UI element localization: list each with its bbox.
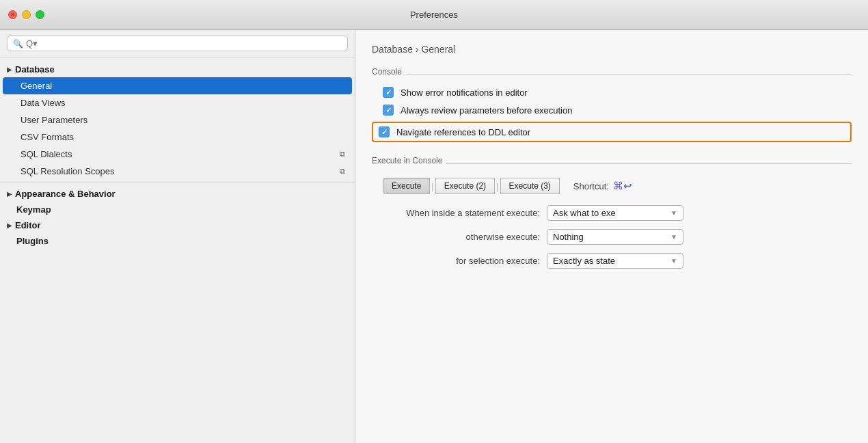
sidebar-item-sql-resolution-label: SQL Resolution Scopes (21, 166, 115, 176)
selection-value: Exactly as state (553, 256, 670, 266)
copy-icon: ⧉ (340, 150, 345, 159)
execute-buttons-area: Execute | Execute (2) | Execute (3) Shor… (383, 178, 852, 194)
plugins-section-label: Plugins (7, 236, 49, 246)
checkmark-icon-1: ✓ (385, 88, 392, 97)
sidebar-item-csv-formats-label: CSV Formats (21, 132, 74, 142)
titlebar: ✕ Preferences (0, 0, 868, 30)
checkbox-label-2: Always review parameters before executio… (401, 105, 572, 116)
checkbox-row-1[interactable]: ✓ Show error notifications in editor (372, 83, 852, 101)
checkbox-row-2[interactable]: ✓ Always review parameters before execut… (372, 101, 852, 119)
main-container: 🔍 ▶ Database General Data Views User Par… (0, 30, 868, 443)
console-section-header: Console (372, 67, 852, 82)
sidebar-item-general[interactable]: General (3, 77, 352, 94)
close-icon: ✕ (10, 12, 15, 18)
sidebar-section-database[interactable]: ▶ Database (0, 62, 355, 77)
execute-button-3[interactable]: Execute (3) (500, 178, 560, 194)
execute-button-2[interactable]: Execute (2) (435, 178, 495, 194)
console-label: Console (372, 67, 402, 77)
sidebar-item-user-parameters[interactable]: User Parameters (0, 111, 355, 129)
separator-1: | (430, 181, 435, 191)
maximize-button[interactable] (36, 10, 44, 19)
sidebar-item-general-label: General (21, 81, 52, 91)
search-bar: 🔍 (0, 30, 355, 57)
checkbox-label-1: Show error notifications in editor (401, 88, 528, 98)
sidebar: 🔍 ▶ Database General Data Views User Par… (0, 30, 355, 443)
sidebar-item-user-parameters-label: User Parameters (21, 115, 87, 125)
copy-icon-2: ⧉ (340, 167, 345, 176)
checkmark-icon-2: ✓ (385, 106, 392, 115)
sidebar-item-data-views[interactable]: Data Views (0, 94, 355, 111)
window-title: Preferences (410, 10, 458, 20)
expand-triangle-icon: ▶ (7, 66, 12, 73)
dropdown-arrow-1: ▼ (670, 209, 677, 217)
sidebar-section-plugins[interactable]: Plugins (0, 233, 355, 249)
breadcrumb: Database › General (372, 44, 852, 55)
sidebar-item-csv-formats[interactable]: CSV Formats (0, 129, 355, 146)
inside-statement-select[interactable]: Ask what to exe ▼ (547, 205, 683, 221)
search-input[interactable] (26, 38, 342, 49)
sidebar-content: ▶ Database General Data Views User Param… (0, 57, 355, 443)
expand-triangle-appearance-icon: ▶ (7, 190, 12, 198)
sidebar-item-data-views-label: Data Views (21, 98, 66, 108)
checkbox-label-3: Navigate references to DDL editor (396, 127, 530, 137)
inside-statement-value: Ask what to exe (553, 208, 670, 218)
checkbox-row-3-highlighted[interactable]: ✓ Navigate references to DDL editor (372, 122, 852, 142)
expand-triangle-editor-icon: ▶ (7, 222, 12, 229)
checkbox-navigate-refs[interactable]: ✓ (379, 126, 390, 137)
shortcut-area: Shortcut: ⌘↩ (573, 180, 632, 192)
form-label-otherwise: otherwise execute: (383, 232, 547, 242)
search-icon: 🔍 (13, 39, 23, 49)
shortcut-label: Shortcut: (573, 181, 609, 191)
otherwise-value: Nothing (553, 232, 670, 242)
sidebar-item-sql-dialects-label: SQL Dialects (21, 149, 72, 159)
breadcrumb-part2: General (421, 44, 455, 55)
editor-section-label: Editor (15, 220, 41, 230)
selection-select[interactable]: Exactly as state ▼ (547, 253, 683, 269)
execute-button-1[interactable]: Execute (383, 178, 430, 194)
divider-1 (0, 183, 355, 183)
search-wrapper[interactable]: 🔍 (7, 36, 348, 51)
checkmark-icon-3: ✓ (381, 128, 388, 137)
database-section-label: Database (15, 64, 55, 75)
console-section: Console ✓ Show error notifications in ed… (372, 67, 852, 142)
execute-label: Execute in Console (372, 156, 442, 165)
close-button[interactable]: ✕ (8, 10, 17, 19)
minimize-button[interactable] (22, 10, 31, 19)
appearance-section-label: Appearance & Behavior (15, 189, 116, 199)
traffic-lights: ✕ (8, 10, 44, 19)
form-row-selection: for selection execute: Exactly as state … (372, 253, 852, 269)
checkbox-always-review[interactable]: ✓ (383, 105, 394, 116)
sidebar-item-sql-dialects[interactable]: SQL Dialects ⧉ (0, 146, 355, 163)
separator-2: | (495, 181, 500, 191)
sidebar-section-appearance[interactable]: ▶ Appearance & Behavior (0, 186, 355, 202)
content-area: Database › General Console ✓ Show error … (355, 30, 868, 443)
breadcrumb-part1: Database (372, 44, 413, 55)
form-row-otherwise: otherwise execute: Nothing ▼ (372, 229, 852, 245)
execute-section: Execute in Console Execute | Execute (2)… (372, 156, 852, 269)
dropdown-arrow-2: ▼ (670, 233, 677, 241)
otherwise-select[interactable]: Nothing ▼ (547, 229, 683, 245)
form-row-inside-statement: When inside a statement execute: Ask wha… (372, 205, 852, 221)
form-label-inside: When inside a statement execute: (383, 208, 547, 218)
sidebar-section-keymap[interactable]: Keymap (0, 202, 355, 217)
execute-section-header: Execute in Console (372, 156, 852, 171)
shortcut-key: ⌘↩ (613, 180, 632, 192)
sidebar-item-sql-resolution[interactable]: SQL Resolution Scopes ⧉ (0, 163, 355, 180)
keymap-section-label: Keymap (7, 204, 51, 215)
sidebar-section-editor[interactable]: ▶ Editor (0, 217, 355, 233)
dropdown-arrow-3: ▼ (670, 257, 677, 265)
checkbox-show-error[interactable]: ✓ (383, 87, 394, 98)
form-label-selection: for selection execute: (383, 256, 547, 266)
